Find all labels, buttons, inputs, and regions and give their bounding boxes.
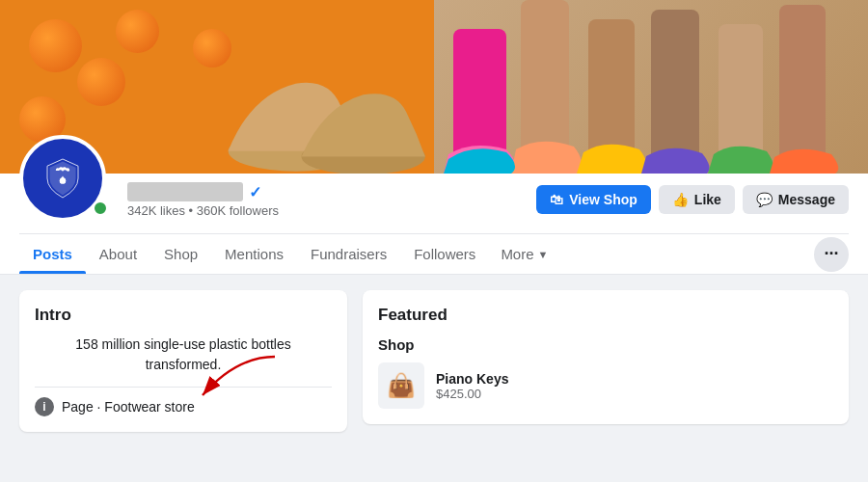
product-item[interactable]: 👜 Piano Keys $425.00 bbox=[378, 362, 833, 409]
right-panel: Featured Shop 👜 Piano Keys $425.00 bbox=[363, 290, 849, 443]
main-content: Intro 158 million single-use plastic bot… bbox=[0, 275, 868, 459]
product-info: Piano Keys $425.00 bbox=[436, 371, 833, 401]
page-name-blurred bbox=[127, 182, 243, 201]
shop-section-title: Shop bbox=[378, 336, 833, 353]
profile-text: ✓ 342K likes • 360K followers bbox=[116, 182, 536, 222]
left-panel: Intro 158 million single-use plastic bot… bbox=[19, 290, 347, 443]
like-button[interactable]: 👍 Like bbox=[659, 185, 735, 214]
nav-tabs: Posts About Shop Mentions Fundraisers Fo… bbox=[0, 234, 868, 275]
tab-mentions[interactable]: Mentions bbox=[211, 234, 297, 274]
message-button[interactable]: 💬 Message bbox=[743, 185, 849, 214]
product-thumbnail: 👜 bbox=[378, 362, 424, 409]
product-price: $425.00 bbox=[436, 387, 833, 401]
tab-fundraisers[interactable]: Fundraisers bbox=[297, 234, 400, 274]
tab-followers[interactable]: Followers bbox=[400, 234, 489, 274]
intro-divider bbox=[35, 387, 332, 388]
intro-title: Intro bbox=[35, 306, 332, 325]
profile-avatar-wrapper bbox=[19, 135, 116, 222]
tab-shop[interactable]: Shop bbox=[150, 234, 211, 274]
cover-right bbox=[434, 0, 868, 174]
shop-icon: 🛍 bbox=[550, 192, 563, 207]
view-shop-button[interactable]: 🛍 View Shop bbox=[536, 185, 651, 214]
tab-more[interactable]: More ▼ bbox=[489, 238, 559, 270]
cover-photo bbox=[0, 0, 868, 174]
tab-about[interactable]: About bbox=[86, 234, 150, 274]
info-icon: i bbox=[35, 397, 54, 416]
like-icon: 👍 bbox=[672, 192, 689, 207]
profile-actions: 🛍 View Shop 👍 Like 💬 Message bbox=[536, 185, 849, 222]
tab-posts[interactable]: Posts bbox=[19, 234, 86, 274]
chevron-down-icon: ▼ bbox=[538, 249, 549, 260]
page-stats: 342K likes • 360K followers bbox=[127, 203, 525, 218]
intro-meta: i Page · Footwear store bbox=[35, 397, 332, 416]
page-name: ✓ bbox=[127, 182, 525, 201]
featured-card: Featured Shop 👜 Piano Keys $425.00 bbox=[363, 290, 849, 424]
online-indicator bbox=[93, 201, 108, 216]
nav-options-button[interactable]: ··· bbox=[814, 237, 849, 272]
product-name: Piano Keys bbox=[436, 371, 833, 387]
featured-title: Featured bbox=[378, 306, 833, 325]
profile-section: ✓ 342K likes • 360K followers 🛍 View Sho… bbox=[0, 174, 868, 234]
intro-description: 158 million single-use plastic bottlestr… bbox=[35, 335, 332, 375]
svg-rect-7 bbox=[779, 5, 826, 174]
intro-card: Intro 158 million single-use plastic bot… bbox=[19, 290, 347, 432]
message-icon: 💬 bbox=[756, 192, 773, 207]
verified-icon: ✓ bbox=[249, 183, 261, 201]
